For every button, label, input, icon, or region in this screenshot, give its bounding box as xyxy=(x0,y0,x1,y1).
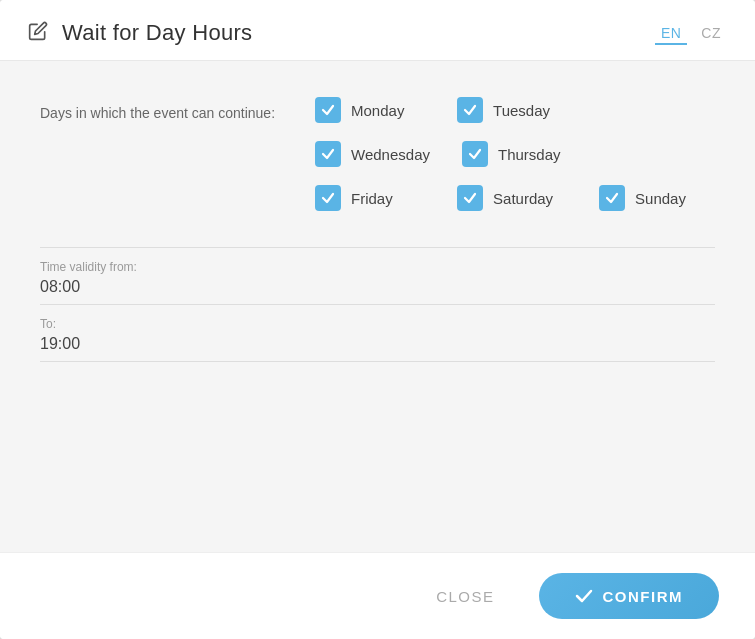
checkbox-monday[interactable] xyxy=(315,97,341,123)
checkbox-tuesday[interactable] xyxy=(457,97,483,123)
day-sunday-label: Sunday xyxy=(635,190,686,207)
day-saturday: Saturday xyxy=(457,185,567,211)
lang-switcher: EN CZ xyxy=(655,21,727,45)
dialog: Wait for Day Hours EN CZ Days in which t… xyxy=(0,0,755,639)
lang-en-button[interactable]: EN xyxy=(655,21,687,45)
time-to-field: To: 19:00 xyxy=(40,305,715,362)
time-from-label: Time validity from: xyxy=(40,260,715,274)
checkbox-saturday[interactable] xyxy=(457,185,483,211)
lang-cz-button[interactable]: CZ xyxy=(695,21,727,45)
days-section: Days in which the event can continue: Mo… xyxy=(40,97,715,211)
page-title: Wait for Day Hours xyxy=(62,20,252,46)
day-friday-label: Friday xyxy=(351,190,393,207)
checkbox-friday[interactable] xyxy=(315,185,341,211)
time-section: Time validity from: 08:00 To: 19:00 xyxy=(40,247,715,362)
days-row-3: Friday Saturday xyxy=(315,185,709,211)
footer: CLOSE CONFIRM xyxy=(0,552,755,639)
day-friday: Friday xyxy=(315,185,425,211)
time-from-value[interactable]: 08:00 xyxy=(40,278,715,296)
day-wednesday: Wednesday xyxy=(315,141,430,167)
time-to-label: To: xyxy=(40,317,715,331)
content: Days in which the event can continue: Mo… xyxy=(0,61,755,552)
day-thursday-label: Thursday xyxy=(498,146,561,163)
time-to-value[interactable]: 19:00 xyxy=(40,335,715,353)
days-grid: Monday Tuesday xyxy=(315,97,709,211)
day-wednesday-label: Wednesday xyxy=(351,146,430,163)
days-label: Days in which the event can continue: xyxy=(40,97,275,124)
close-button[interactable]: CLOSE xyxy=(408,574,522,619)
pencil-icon xyxy=(28,21,48,46)
day-tuesday: Tuesday xyxy=(457,97,567,123)
days-row-2: Wednesday Thursday xyxy=(315,141,709,167)
day-monday-label: Monday xyxy=(351,102,404,119)
day-thursday: Thursday xyxy=(462,141,572,167)
day-tuesday-label: Tuesday xyxy=(493,102,550,119)
day-saturday-label: Saturday xyxy=(493,190,553,207)
header-left: Wait for Day Hours xyxy=(28,20,252,46)
time-from-field: Time validity from: 08:00 xyxy=(40,247,715,305)
confirm-label: CONFIRM xyxy=(603,588,684,605)
header: Wait for Day Hours EN CZ xyxy=(0,0,755,61)
day-sunday: Sunday xyxy=(599,185,709,211)
checkbox-thursday[interactable] xyxy=(462,141,488,167)
confirm-button[interactable]: CONFIRM xyxy=(539,573,720,619)
checkbox-sunday[interactable] xyxy=(599,185,625,211)
days-row-1: Monday Tuesday xyxy=(315,97,709,123)
day-monday: Monday xyxy=(315,97,425,123)
confirm-check-icon xyxy=(575,587,593,605)
checkbox-wednesday[interactable] xyxy=(315,141,341,167)
